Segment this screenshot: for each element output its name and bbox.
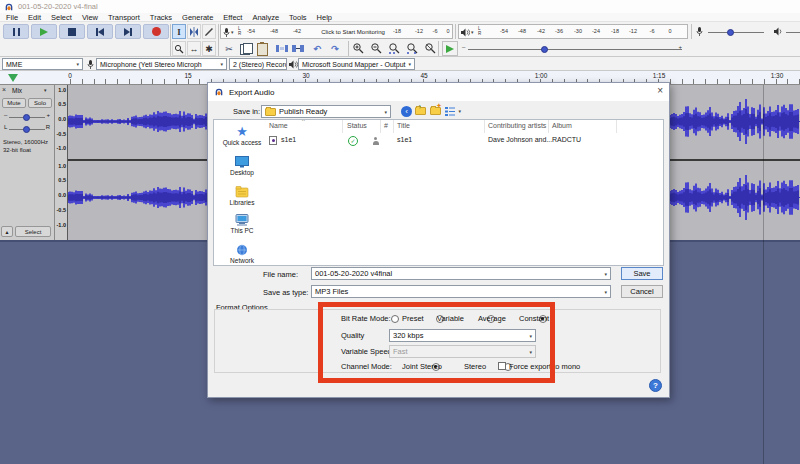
track-menu-icon[interactable]: ▾ bbox=[44, 87, 47, 93]
selection-tool-button[interactable]: I bbox=[172, 24, 186, 39]
copy-button[interactable] bbox=[240, 44, 250, 55]
column-header-name[interactable]: Name bbox=[269, 122, 288, 129]
pause-button[interactable] bbox=[3, 24, 29, 39]
solo-button[interactable]: Solo bbox=[28, 98, 52, 108]
recording-device-select[interactable]: Microphone (Yeti Stereo Microph▾ bbox=[96, 58, 227, 70]
skip-to-end-button[interactable] bbox=[115, 24, 141, 39]
timeline-pin-icon[interactable] bbox=[8, 74, 18, 82]
zoom-selection-button[interactable] bbox=[388, 42, 400, 54]
slider-thumb[interactable] bbox=[23, 114, 30, 121]
play-at-speed-button[interactable] bbox=[442, 41, 458, 56]
mute-button[interactable]: Mute bbox=[2, 98, 26, 108]
menu-item-edit[interactable]: Edit bbox=[28, 13, 41, 22]
skip-to-start-button[interactable] bbox=[87, 24, 113, 39]
track-close-icon[interactable]: × bbox=[2, 86, 6, 93]
sidebar-item-this-pc[interactable]: This PC bbox=[216, 214, 268, 234]
stop-button[interactable] bbox=[59, 24, 85, 39]
zoom-in-button[interactable] bbox=[352, 42, 364, 54]
menu-item-view[interactable]: View bbox=[82, 13, 98, 22]
zoom-tool-button[interactable] bbox=[172, 41, 186, 56]
scale-label: -0.5 bbox=[57, 207, 66, 213]
up-one-level-button[interactable]: ↑ bbox=[415, 107, 426, 117]
dialog-close-icon[interactable]: × bbox=[657, 85, 663, 96]
pan-slider[interactable]: L R bbox=[4, 124, 50, 134]
envelope-tool-button[interactable] bbox=[187, 24, 201, 39]
menu-item-effect[interactable]: Effect bbox=[223, 13, 242, 22]
back-button[interactable]: ‹ bbox=[401, 106, 412, 117]
record-button[interactable] bbox=[143, 24, 169, 39]
draw-tool-button[interactable] bbox=[202, 24, 216, 39]
sidebar-item-desktop[interactable]: Desktop bbox=[216, 156, 268, 176]
recording-volume-slider[interactable] bbox=[694, 24, 768, 39]
cancel-button[interactable]: Cancel bbox=[621, 285, 663, 298]
scale-label: 0.0 bbox=[58, 116, 66, 122]
playback-volume-slider[interactable] bbox=[772, 24, 800, 39]
file-row-title[interactable]: s1e1 bbox=[397, 136, 412, 143]
menu-item-generate[interactable]: Generate bbox=[182, 13, 213, 22]
silence-audio-button[interactable] bbox=[292, 43, 304, 54]
play-button[interactable] bbox=[31, 24, 57, 39]
column-header-number[interactable]: # bbox=[384, 122, 388, 129]
file-name-input[interactable]: 001-05-20-2020 v4final ▾ bbox=[311, 267, 611, 280]
meter-dropdown-icon: ▾ bbox=[471, 29, 474, 35]
track-control-panel: × Mix ▾ Mute Solo – + L R Stereo, 16000H… bbox=[0, 85, 55, 240]
column-header-title[interactable]: Title bbox=[397, 122, 410, 129]
track-info-line2: 32-bit float bbox=[3, 147, 31, 153]
vertical-scale-ruler[interactable]: 1.0 0.5 0.0 -0.5 -1.0 1.0 0.5 0.0 -0.5 -… bbox=[55, 85, 68, 240]
menu-item-select[interactable]: Select bbox=[51, 13, 72, 22]
playback-device-select[interactable]: Microsoft Sound Mapper - Output▾ bbox=[298, 58, 415, 70]
magnifier-icon bbox=[174, 44, 184, 54]
column-header-album[interactable]: Album bbox=[552, 122, 572, 129]
new-folder-button[interactable]: ✦ bbox=[430, 107, 441, 117]
timeshift-tool-button[interactable]: ↔ bbox=[187, 41, 201, 56]
cut-button[interactable]: ✂ bbox=[222, 41, 236, 56]
file-row-name[interactable]: s1e1 bbox=[281, 136, 296, 143]
slider-thumb[interactable] bbox=[23, 126, 30, 133]
trim-audio-button[interactable] bbox=[276, 43, 288, 54]
microphone-icon bbox=[223, 28, 230, 37]
multi-tool-button[interactable]: ✱ bbox=[202, 41, 216, 56]
playback-meter[interactable]: ▾ L R -54 -48 -42 -36 -30 -24 -18 -12 -6… bbox=[458, 24, 688, 39]
track-select-button[interactable]: Select bbox=[15, 226, 51, 237]
save-button[interactable]: Save bbox=[621, 267, 663, 280]
toolbar-divider bbox=[218, 24, 219, 56]
zoom-toggle-button[interactable] bbox=[424, 42, 436, 54]
file-row-album[interactable]: RADCTU bbox=[552, 136, 581, 143]
pencil-icon bbox=[204, 27, 214, 37]
column-header-status[interactable]: Status bbox=[347, 122, 367, 129]
sidebar-item-quick-access[interactable]: ★ Quick access bbox=[216, 125, 268, 146]
recording-meter[interactable]: ▾ L R -54 -48 -42 Click to Start Monitor… bbox=[220, 24, 453, 39]
sidebar-item-libraries[interactable]: Libraries bbox=[216, 186, 268, 206]
sidebar-item-network[interactable]: Network bbox=[216, 244, 268, 264]
save-in-select[interactable]: Publish Ready ▾ bbox=[261, 105, 391, 118]
save-as-type-select[interactable]: MP3 Files ▾ bbox=[311, 285, 611, 298]
play-speed-slider[interactable]: – + bbox=[462, 41, 688, 56]
column-divider bbox=[393, 120, 394, 133]
column-header-artists[interactable]: Contributing artists bbox=[488, 122, 546, 129]
play-at-speed-icon bbox=[446, 45, 454, 53]
recording-channels-select[interactable]: 2 (Stereo) Recording Cha▾ bbox=[229, 58, 287, 70]
track-name[interactable]: Mix bbox=[12, 87, 22, 94]
monitor-text[interactable]: Click to Start Monitoring bbox=[321, 29, 385, 35]
menu-item-transport[interactable]: Transport bbox=[108, 13, 140, 22]
collapse-track-button[interactable]: ▲ bbox=[1, 226, 13, 237]
track-info-line1: Stereo, 16000Hz bbox=[3, 139, 48, 145]
menu-item-tools[interactable]: Tools bbox=[289, 13, 307, 22]
audio-host-select[interactable]: MME▾ bbox=[2, 58, 83, 70]
undo-button[interactable]: ↶ bbox=[310, 41, 324, 56]
menu-item-tracks[interactable]: Tracks bbox=[150, 13, 172, 22]
zoom-fit-button[interactable] bbox=[406, 42, 418, 54]
redo-button[interactable]: ↷ bbox=[328, 41, 342, 56]
check-glyph: ✓ bbox=[350, 138, 355, 144]
gain-slider[interactable]: – + bbox=[4, 112, 50, 122]
slider-thumb[interactable] bbox=[541, 46, 548, 53]
menu-item-help[interactable]: Help bbox=[317, 13, 332, 22]
help-button[interactable]: ? bbox=[649, 379, 662, 392]
zoom-out-button[interactable] bbox=[370, 42, 382, 54]
paste-button[interactable] bbox=[257, 43, 268, 56]
menu-item-file[interactable]: File bbox=[6, 13, 18, 22]
slider-thumb[interactable] bbox=[727, 29, 734, 36]
menu-item-analyze[interactable]: Analyze bbox=[252, 13, 279, 22]
file-row-artists[interactable]: Dave Johnson and... bbox=[488, 136, 552, 143]
views-menu-button[interactable]: ▾ bbox=[445, 107, 455, 116]
